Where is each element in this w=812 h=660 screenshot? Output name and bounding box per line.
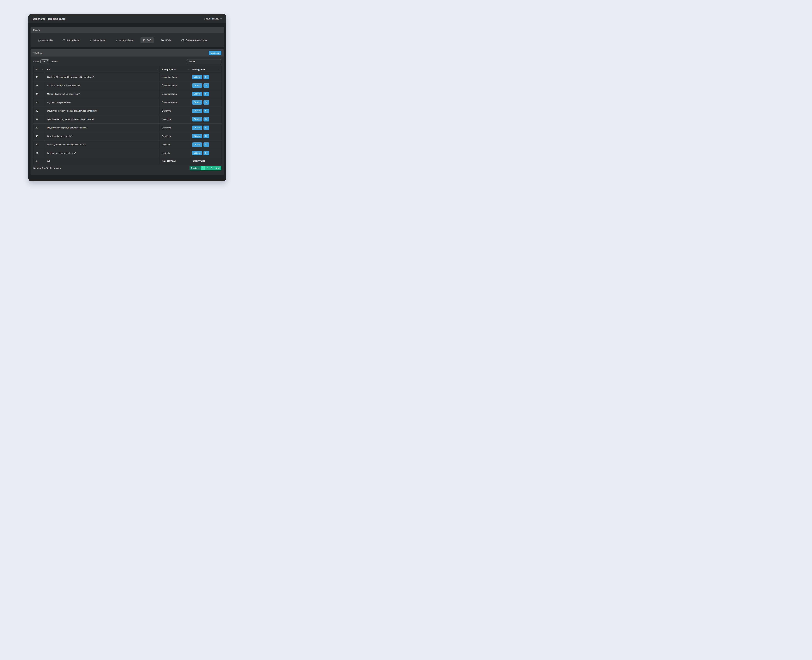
column-header-actions[interactable]: Əməliyyatlar ↑↓	[190, 66, 222, 73]
search-input[interactable]	[187, 59, 221, 64]
row-category-cell: Qeydiyyat	[160, 132, 190, 140]
row-question-cell: Qeydiyyatı təstiqləyən email almadım. Nə…	[45, 106, 160, 115]
list-icon	[62, 39, 65, 41]
award-icon	[89, 39, 92, 41]
menu-item-archive-projects[interactable]: Arxiv layihələr	[113, 37, 135, 43]
menu-title: Menyu	[33, 29, 40, 31]
row-category-cell: Ümumi məlumat	[160, 81, 190, 90]
footer-header-ad: Ad	[45, 157, 160, 165]
table-row: 45 Layihənin məqsədi nədir? Ümumi məluma…	[33, 98, 222, 106]
table-footer-bar: Showing 1 to 10 of 21 entries Previous12…	[33, 166, 221, 170]
row-category-cell: Qeydiyyat	[160, 124, 190, 132]
translate-icon: A	[161, 39, 164, 41]
pagination-page-2[interactable]: 2	[205, 166, 209, 170]
row-category-cell: Layihələr	[160, 149, 190, 157]
table-controls: Show 10 entries	[33, 59, 221, 64]
table-row: 48 Qeydiyyatdan keçməyin üstünlükləri nə…	[33, 124, 222, 132]
sort-icon: ↑↓	[157, 68, 158, 70]
row-category-cell: Qeydiyyat	[160, 115, 190, 124]
table-row: 42 Girişlə bağlı digər problem yaşanır. …	[33, 73, 222, 81]
row-actions-cell: Düzəliş Sil	[190, 124, 222, 132]
menu-item-label: Müsabiqələr	[94, 39, 105, 41]
pagination-next[interactable]: Next	[214, 166, 221, 170]
row-category-cell: Layihələr	[160, 140, 190, 149]
select-chevrons-icon	[47, 60, 48, 63]
home-icon	[38, 39, 41, 41]
row-actions-cell: Düzəliş Sil	[190, 81, 222, 90]
table-row: 43 Şifrəni unutmuşam. Nə etməliyəm? Ümum…	[33, 81, 222, 90]
delete-button[interactable]: Sil	[203, 134, 209, 138]
faq-panel: TTVS-lar Yeni sual Show 10 entries	[30, 49, 224, 175]
row-category-cell: Ümumi məlumat	[160, 98, 190, 106]
edit-button[interactable]: Düzəliş	[192, 92, 202, 96]
menu-item-home[interactable]: Ana səhifə	[36, 37, 55, 43]
delete-button[interactable]: Sil	[203, 83, 209, 88]
footer-header-id: #	[33, 157, 45, 165]
faq-panel-body: Show 10 entries	[30, 57, 224, 175]
sort-icon: ↑↓	[187, 68, 189, 70]
delete-button[interactable]: Sil	[203, 75, 209, 79]
row-question-cell: Qeydiyyatdan keçmədən layihələri izləyə …	[45, 115, 160, 124]
menu-item-label: Kateqoriyalar	[67, 39, 79, 41]
menu-panel: Menyu Ana səhifə Kateqoriyalar Müsabiqəl…	[30, 27, 224, 47]
menu-item-label: ÖzünYarat-a geri qayıt	[186, 39, 208, 41]
table-row: 50 Layihə yaradılmasının üstünlükləri nə…	[33, 140, 222, 149]
row-actions-cell: Düzəliş Sil	[190, 140, 222, 149]
footer-header-categories: Kateqoriyaları	[160, 157, 190, 165]
delete-button[interactable]: Sil	[203, 117, 209, 122]
delete-button[interactable]: Sil	[203, 92, 209, 96]
chevron-down-icon	[220, 19, 222, 19]
delete-button[interactable]: Sil	[203, 125, 209, 130]
menu-items-row: Ana səhifə Kateqoriyalar Müsabiqələr Arx…	[30, 33, 224, 47]
sort-icon: ↑↓	[219, 68, 220, 70]
row-actions-cell: Düzəliş Sil	[190, 90, 222, 98]
row-question-cell: Mənim ideyam var! Nə etməliyəm?	[45, 90, 160, 98]
edit-button[interactable]: Düzəliş	[192, 143, 202, 147]
new-question-button[interactable]: Yeni sual	[209, 51, 221, 55]
column-header-categories[interactable]: Kateqoriyaları ↑↓	[160, 66, 190, 73]
table-row: 46 Qeydiyyatı təstiqləyən email almadım.…	[33, 106, 222, 115]
entries-select[interactable]: 10	[40, 59, 49, 64]
pagination-page-1[interactable]: 1	[201, 166, 205, 170]
faq-table: # ↑↓ Ad ↑↓ Kateqoriyaları ↑↓	[33, 66, 222, 165]
menu-item-categories[interactable]: Kateqoriyalar	[60, 37, 82, 43]
edit-button[interactable]: Düzəliş	[192, 125, 202, 130]
row-question-cell: Layihənin məqsədi nədir?	[45, 98, 160, 106]
column-header-ad[interactable]: Ad ↑↓	[45, 66, 160, 73]
menu-item-label: Arxiv layihələr	[119, 39, 133, 41]
row-category-cell: Ümumi məlumat	[160, 90, 190, 98]
menu-item-label: FAQ	[147, 39, 151, 41]
menu-item-faq[interactable]: AQ FAQ	[141, 37, 154, 43]
edit-button[interactable]: Düzəliş	[192, 134, 202, 138]
menu-item-contests[interactable]: Müsabiqələr	[87, 37, 108, 43]
pagination-previous[interactable]: Previous	[190, 166, 201, 170]
row-id-cell: 46	[33, 106, 45, 115]
edit-button[interactable]: Düzəliş	[192, 117, 202, 122]
entries-label: entries	[51, 60, 58, 63]
admin-panel-card: ÖzünYarat | İdarəetmə paneli Cəsur Hasan…	[29, 14, 226, 181]
row-question-cell: Qeydiyyatdan necə keçim?	[45, 132, 160, 140]
table-row: 44 Mənim ideyam var! Nə etməliyəm? Ümumi…	[33, 90, 222, 98]
column-header-id[interactable]: # ↑↓	[33, 66, 45, 73]
edit-button[interactable]: Düzəliş	[192, 151, 202, 155]
delete-button[interactable]: Sil	[203, 100, 209, 105]
edit-button[interactable]: Düzəliş	[192, 83, 202, 88]
edit-button[interactable]: Düzəliş	[192, 109, 202, 113]
menu-item-words[interactable]: A Sözlər	[159, 37, 174, 43]
delete-button[interactable]: Sil	[203, 143, 209, 147]
table-row: 51 Layihəni necə yarada bilərəm? Layihəl…	[33, 149, 222, 157]
row-actions-cell: Düzəliş Sil	[190, 132, 222, 140]
pagination-page-3[interactable]: 3	[209, 166, 214, 170]
menu-item-back-to-site[interactable]: ÖzünYarat-a geri qayıt	[179, 37, 210, 43]
edit-button[interactable]: Düzəliş	[192, 100, 202, 105]
delete-button[interactable]: Sil	[203, 151, 209, 155]
row-question-cell: Şifrəni unutmuşam. Nə etməliyəm?	[45, 81, 160, 90]
user-dropdown[interactable]: Cəsur Hasanov	[204, 17, 222, 20]
svg-text:Q: Q	[143, 40, 144, 40]
app-title: ÖzünYarat | İdarəetmə paneli	[33, 17, 65, 20]
delete-button[interactable]: Sil	[203, 109, 209, 113]
row-actions-cell: Düzəliş Sil	[190, 149, 222, 157]
edit-button[interactable]: Düzəliş	[192, 75, 202, 79]
menu-item-label: Ana səhifə	[42, 39, 52, 41]
row-id-cell: 43	[33, 81, 45, 90]
